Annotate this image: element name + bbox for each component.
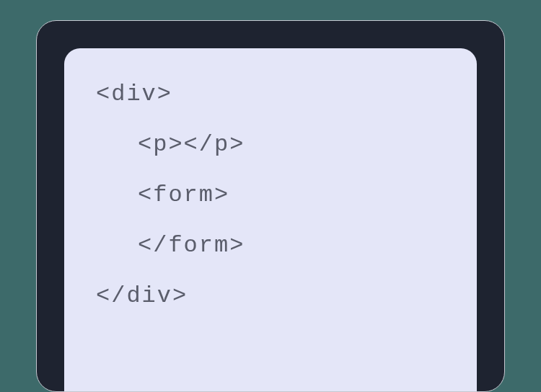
code-line-3: <form> (96, 184, 445, 207)
code-line-2: <p></p> (96, 133, 445, 156)
code-line-4: </form> (96, 234, 445, 257)
code-line-1: <div> (96, 83, 445, 106)
code-line-5: </div> (96, 285, 445, 308)
code-frame: <div> <p></p> <form> </form> </div> (36, 20, 505, 392)
code-panel: <div> <p></p> <form> </form> </div> (64, 48, 477, 391)
